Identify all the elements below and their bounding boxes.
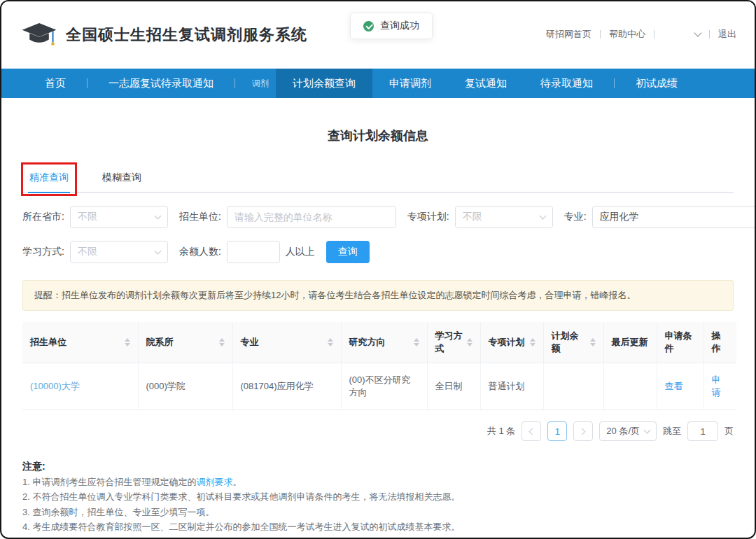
cell-dept: (000)学院 [138,363,232,410]
link-help-center[interactable]: 帮助中心 [609,28,645,41]
nav-item-initial-score[interactable]: 初试成绩 [619,69,694,98]
col-header-dept[interactable]: 院系所 [138,322,232,363]
reminder-banner: 提醒：招生单位发布的调剂计划余额每次更新后将至少持续12小时，请各位考生结合各招… [22,280,734,311]
province-label: 所在省市: [22,211,64,223]
table-header-row: 招生单位 院系所 专业 研究方向 学习方式 专项计划 计划余额 最后更新 申请条… [22,322,736,363]
jump-page-input[interactable] [687,421,718,441]
balance-count-suffix: 人以上 [286,246,315,258]
chevron-down-icon [154,213,161,220]
next-page-button[interactable] [573,421,593,441]
special-plan-field: 专项计划: 不限 [407,206,553,228]
nav-item-admit-notice[interactable]: 待录取通知 [524,69,610,98]
adjustment-requirements-link[interactable]: 调剂要求 [196,477,232,487]
toast-text: 查询成功 [380,20,419,32]
balance-count-label: 余额人数: [179,246,221,258]
filter-row-2: 学习方式: 不限 余额人数: 人以上 查询 [22,241,734,263]
col-header-plan-balance[interactable]: 计划余额 [543,322,603,363]
special-plan-label: 专项计划: [407,211,449,223]
balance-count-input[interactable] [227,241,280,263]
divider [654,30,654,38]
search-button[interactable]: 查询 [326,241,370,263]
divider [600,30,601,38]
view-condition-link[interactable]: 查看 [665,381,683,391]
page-size-select[interactable]: 20 条/页 [599,421,657,441]
note-line-4: 4. 考生成绩要符合教育部按照一区、二区制定并公布的参加全国统一考试考生进入复试… [22,519,734,535]
col-header-apply-condition: 申请条件 [657,322,704,363]
col-header-major[interactable]: 专业 [232,322,341,363]
tab-fuzzy-query[interactable]: 模糊查询 [101,165,143,192]
study-mode-label: 学习方式: [22,246,64,258]
divider [709,30,710,38]
notes-section: 注意: 1. 申请调剂考生应符合招生管理规定确定的调剂要求。 2. 不符合招生单… [22,459,734,539]
chevron-right-icon [579,428,586,435]
apply-link[interactable]: 申请 [712,374,721,398]
divider [234,78,235,88]
divider [87,78,88,88]
tab-precise-query[interactable]: 精准查询 [28,165,70,192]
note-1-suffix: 。 [232,477,241,487]
page-title: 查询计划余额信息 [22,127,734,144]
jump-label: 跳至 [663,425,681,438]
note-1-text: 1. 申请调剂考生应符合招生管理规定确定的 [22,477,196,487]
page-unit-label: 页 [724,425,734,438]
link-site-home[interactable]: 研招网首页 [546,28,592,41]
province-select[interactable]: 不限 [70,206,168,228]
pagination: 共 1 条 1 20 条/页 跳至 页 [22,421,734,441]
special-plan-select[interactable]: 不限 [455,206,553,228]
cell-last-update [603,363,657,410]
col-header-direction[interactable]: 研究方向 [341,322,427,363]
graduation-cap-logo-icon [21,21,57,49]
chevron-left-icon [529,428,536,435]
note-line-3: 3. 查询余额时，招生单位、专业至少填写一项。 [22,505,734,520]
app-title: 全国硕士生招生复试调剂服务系统 [66,24,307,46]
unit-link[interactable]: (10000)大学 [30,381,80,391]
col-header-special-plan[interactable]: 专项计划 [480,322,543,363]
sort-icon[interactable] [590,338,596,346]
nav-item-retest-notice[interactable]: 复试通知 [448,69,524,98]
tab-active-underline [28,192,70,193]
cell-study-mode: 全日制 [427,363,480,410]
prev-page-button[interactable] [522,421,541,441]
table-row: (10000)大学 (000)学院 (081704)应用化学 (00)不区分研究… [22,363,736,410]
unit-input[interactable] [227,206,396,228]
col-header-study-mode[interactable]: 学习方式 [427,322,480,363]
sort-icon[interactable] [530,338,536,346]
main-content: 查询计划余额信息 精准查询 模糊查询 所在省市: 不限 招生单位: [1,127,755,539]
province-select-value: 不限 [78,211,97,223]
col-header-actions: 操作 [704,322,736,363]
sort-icon[interactable] [219,338,225,346]
user-menu-chevron-down-icon[interactable] [694,29,701,36]
study-mode-field: 学习方式: 不限 [22,241,168,263]
page-number-button[interactable]: 1 [547,421,567,441]
link-logout[interactable]: 退出 [718,28,736,41]
special-plan-select-value: 不限 [463,211,482,223]
main-nav: 首页 一志愿复试待录取通知 调剂 计划余额查询 申请调剂 复试通知 待录取通知 … [1,69,755,98]
app-window: 全国硕士生招生复试调剂服务系统 查询成功 研招网首页 帮助中心 退出 首页 一志… [0,0,756,539]
sort-icon[interactable] [467,338,472,346]
note-line-1: 1. 申请调剂考生应符合招生管理规定确定的调剂要求。 [22,475,734,490]
sort-icon[interactable] [328,338,333,346]
cell-major: (081704)应用化学 [232,363,341,410]
major-label: 专业: [564,211,587,223]
note-line-2: 2. 不符合招生单位调入专业学科门类要求、初试科目要求或其他调剂申请条件的考生，… [22,489,734,505]
col-header-unit[interactable]: 招生单位 [22,322,138,363]
nav-item-home[interactable]: 首页 [28,69,83,98]
study-mode-select-value: 不限 [78,246,97,258]
sort-icon[interactable] [414,338,419,346]
study-mode-select[interactable]: 不限 [70,241,168,263]
sort-icon[interactable] [125,338,130,346]
cell-direction: (00)不区分研究方向 [341,363,427,410]
nav-item-plan-balance-query[interactable]: 计划余额查询 [276,69,372,98]
divider [614,78,615,88]
major-input[interactable] [592,206,756,228]
nav-item-apply-adjustment[interactable]: 申请调剂 [372,69,448,98]
unit-label: 招生单位: [179,211,221,223]
cell-special-plan: 普通计划 [480,363,543,410]
nav-item-first-choice-notice[interactable]: 一志愿复试待录取通知 [92,69,230,98]
cell-plan-balance [543,363,603,410]
notes-heading: 注意: [22,459,734,475]
balance-count-field: 余额人数: 人以上 [179,241,315,263]
chevron-down-icon [644,427,651,434]
total-count: 共 1 条 [487,425,515,438]
toast-success: 查询成功 [350,13,433,39]
